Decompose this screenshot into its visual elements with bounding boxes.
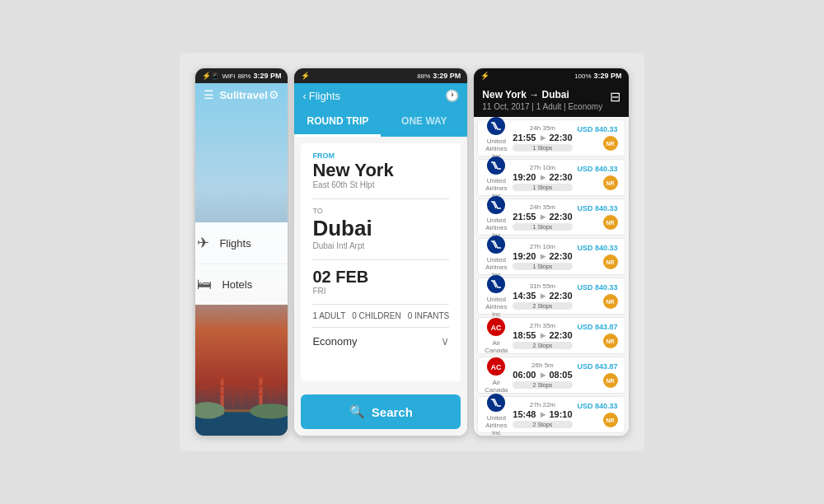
hotels-label: Hotels bbox=[222, 278, 252, 291]
nr-badge: NR bbox=[603, 175, 618, 190]
hamburger-icon[interactable]: ☰ bbox=[204, 88, 214, 101]
menu-item-hotels[interactable]: 🛏 Hotels bbox=[195, 264, 288, 305]
departure-time: 21:55 bbox=[513, 212, 536, 222]
phone3-time: 3:29 PM bbox=[594, 72, 622, 80]
nr-badge: NR bbox=[603, 136, 618, 151]
settings-icon[interactable]: ⚙ bbox=[269, 88, 279, 101]
route-details: 11 Oct, 2017 | 1 Adult | Economy bbox=[482, 102, 602, 111]
nr-badge: NR bbox=[603, 294, 618, 309]
airline-logo: United Airlines Inc bbox=[485, 245, 508, 268]
duration: 27h 10m bbox=[513, 164, 572, 171]
flight-row[interactable]: United Airlines Inc 27h 10m 19:20 ▶ 22:3… bbox=[477, 159, 625, 196]
flight-row[interactable]: United Airlines Inc 27h 10m 19:20 ▶ 22:3… bbox=[477, 238, 625, 275]
arrival-time: 22:30 bbox=[549, 291, 572, 301]
tab-round-trip[interactable]: ROUND TRIP bbox=[294, 108, 381, 137]
price-col: USD 840.33 NR bbox=[578, 402, 618, 427]
times-row: 14:35 ▶ 22:30 bbox=[513, 291, 572, 301]
ua-logo bbox=[486, 235, 506, 256]
flight-row[interactable]: United Airlines Inc 27h 22m 15:48 ▶ 19:1… bbox=[477, 396, 625, 433]
wifi-icon: WiFi bbox=[222, 72, 235, 80]
price-col: USD 840.33 NR bbox=[578, 283, 618, 309]
flight-times: 27h 10m 19:20 ▶ 22:30 1 Stops bbox=[513, 164, 572, 191]
ua-logo bbox=[486, 117, 506, 138]
price: USD 840.33 bbox=[578, 402, 618, 410]
arrival-time: 19:10 bbox=[549, 409, 572, 419]
duration: 31h 55m bbox=[513, 282, 572, 290]
svg-rect-8 bbox=[259, 394, 264, 395]
results-list: United Airlines Inc 24h 35m 21:55 ▶ 22:3… bbox=[474, 117, 628, 436]
search-form: FROM New York East 60th St Hlpt TO Dubai… bbox=[301, 143, 461, 381]
ac-logo: AC bbox=[486, 357, 506, 379]
departure-time: 19:20 bbox=[513, 251, 536, 261]
back-button[interactable]: ‹ Flights bbox=[302, 90, 340, 102]
flight-times: 27h 10m 19:20 ▶ 22:30 1 Stops bbox=[513, 243, 572, 270]
arrival-time: 22:30 bbox=[549, 133, 572, 142]
svg-rect-6 bbox=[259, 385, 264, 387]
date-day: FRI bbox=[312, 287, 449, 296]
clock-icon[interactable]: 🕐 bbox=[445, 89, 459, 102]
duration: 27h 10m bbox=[513, 243, 572, 250]
phone1: ⚡ 📱 WiFi 88% 3:29 PM bbox=[194, 68, 288, 436]
menu-item-flights[interactable]: ✈ Flights bbox=[195, 222, 288, 264]
flight-row[interactable]: AC Air Canada 27h 35m 18:55 ▶ 22:30 2 St… bbox=[477, 317, 625, 354]
airline-logo: United Airlines Inc bbox=[485, 166, 508, 189]
nr-badge: NR bbox=[603, 334, 618, 348]
price: USD 840.33 bbox=[578, 283, 618, 292]
price-col: USD 843.87 NR bbox=[578, 362, 618, 388]
times-row: 21:55 ▶ 22:30 bbox=[513, 212, 572, 222]
price: USD 843.87 bbox=[578, 362, 618, 371]
route-arrow: ▶ bbox=[539, 411, 545, 418]
from-city[interactable]: New York bbox=[312, 161, 449, 180]
route-info: New York → Dubai 11 Oct, 2017 | 1 Adult … bbox=[482, 89, 602, 111]
phone2-time: 3:29 PM bbox=[433, 72, 461, 80]
phone3: ⚡ 100% 3:29 PM New York → Dubai 11 Oct, … bbox=[473, 68, 629, 436]
arrival-time: 22:30 bbox=[549, 172, 572, 182]
airline-name: Air Canada bbox=[485, 379, 508, 394]
phone1-status-bar: ⚡ 📱 WiFi 88% 3:29 PM bbox=[195, 68, 288, 83]
airline-logo: United Airlines Inc bbox=[485, 127, 508, 150]
class-selector[interactable]: Economy ∨ bbox=[312, 327, 449, 348]
duration: 26h 5m bbox=[513, 362, 572, 369]
tab-one-way[interactable]: ONE WAY bbox=[381, 108, 467, 137]
departure-time: 15:48 bbox=[513, 409, 536, 419]
phone1-body: ☰ Sulitravel ⚙ ✈ Flights 🛏 Hotels bbox=[195, 83, 288, 436]
nr-badge: NR bbox=[603, 413, 618, 427]
flight-row[interactable]: United Airlines Inc 31h 55m 14:35 ▶ 22:3… bbox=[477, 278, 625, 315]
times-row: 06:00 ▶ 08:05 bbox=[513, 370, 572, 380]
duration: 24h 35m bbox=[513, 124, 572, 132]
flight-row[interactable]: AC Air Canada 26h 5m 06:00 ▶ 08:05 2 Sto… bbox=[477, 357, 625, 394]
svg-text:AC: AC bbox=[491, 363, 502, 371]
stops-badge: 1 Stops bbox=[513, 184, 572, 191]
adults-count[interactable]: 1 ADULT bbox=[312, 311, 345, 320]
times-row: 21:55 ▶ 22:30 bbox=[513, 133, 572, 142]
flight-times: 31h 55m 14:35 ▶ 22:30 2 Stops bbox=[513, 282, 572, 310]
stops-badge: 2 Stops bbox=[513, 302, 572, 310]
phone2-nav: ‹ Flights 🕐 bbox=[294, 83, 467, 108]
battery-text: 88% bbox=[237, 72, 250, 80]
price-col: USD 843.87 NR bbox=[578, 323, 618, 348]
phone1-status-icons: 📱 WiFi 88% 3:29 PM bbox=[211, 72, 281, 80]
arrival-time: 22:30 bbox=[549, 330, 572, 340]
filter-icon[interactable]: ⊟ bbox=[610, 89, 620, 105]
search-button[interactable]: 🔍 Search bbox=[301, 394, 461, 429]
flight-times: 27h 35m 18:55 ▶ 22:30 2 Stops bbox=[513, 322, 572, 349]
to-city[interactable]: Dubai bbox=[312, 216, 449, 241]
svg-rect-7 bbox=[220, 394, 225, 395]
children-count[interactable]: 0 CHILDREN bbox=[352, 311, 400, 320]
airline-logo: AC Air Canada bbox=[485, 324, 508, 348]
departure-time: 18:55 bbox=[513, 330, 536, 340]
flight-row[interactable]: United Airlines Inc 24h 35m 21:55 ▶ 22:3… bbox=[477, 119, 625, 156]
airline-logo: United Airlines Inc bbox=[485, 285, 508, 308]
usb-icon3: ⚡ bbox=[480, 72, 489, 80]
flight-row[interactable]: United Airlines Inc 24h 35m 21:55 ▶ 22:3… bbox=[477, 198, 625, 236]
airline-name: United Airlines Inc bbox=[485, 296, 508, 318]
arrival-time: 22:30 bbox=[549, 251, 572, 261]
airline-name: United Airlines Inc bbox=[485, 414, 508, 436]
date-display[interactable]: 02 FEB bbox=[312, 268, 449, 287]
route-arrow: ▶ bbox=[539, 134, 545, 142]
phone1-header: ☰ Sulitravel ⚙ bbox=[195, 83, 288, 106]
price-col: USD 840.33 NR bbox=[578, 204, 618, 230]
infants-count[interactable]: 0 INFANTS bbox=[408, 311, 450, 320]
stops-badge: 2 Stops bbox=[513, 381, 572, 389]
times-row: 18:55 ▶ 22:30 bbox=[513, 330, 572, 340]
